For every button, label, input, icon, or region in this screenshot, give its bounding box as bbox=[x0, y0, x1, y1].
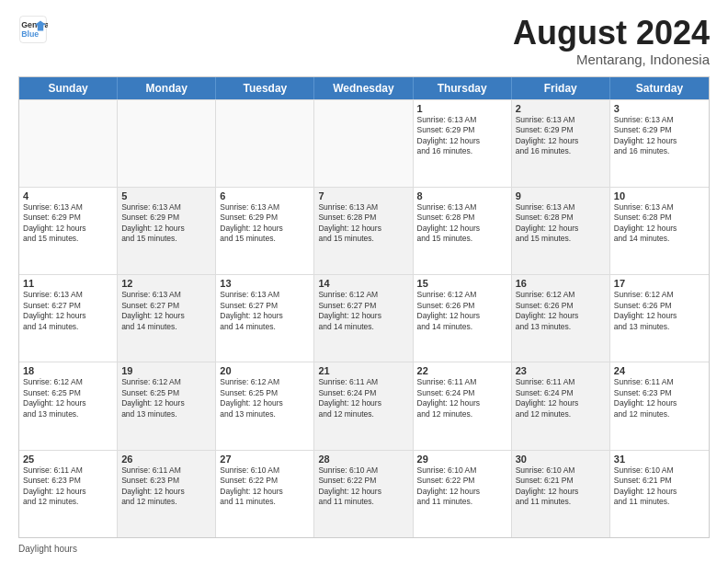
day-number: 2 bbox=[516, 103, 606, 114]
day-number: 8 bbox=[417, 190, 507, 201]
day-number: 12 bbox=[121, 278, 211, 289]
location-subtitle: Mentarang, Indonesia bbox=[513, 52, 710, 67]
day-number: 16 bbox=[516, 278, 606, 289]
day-detail: Sunrise: 6:13 AM Sunset: 6:29 PM Dayligh… bbox=[220, 202, 310, 245]
day-cell-29: 29Sunrise: 6:10 AM Sunset: 6:22 PM Dayli… bbox=[414, 451, 512, 537]
day-cell-18: 18Sunrise: 6:12 AM Sunset: 6:25 PM Dayli… bbox=[19, 362, 118, 449]
day-number: 26 bbox=[121, 454, 211, 465]
day-cell-21: 21Sunrise: 6:11 AM Sunset: 6:24 PM Dayli… bbox=[314, 362, 413, 449]
calendar-week-1: 1Sunrise: 6:13 AM Sunset: 6:29 PM Daylig… bbox=[19, 99, 709, 187]
day-detail: Sunrise: 6:13 AM Sunset: 6:29 PM Dayligh… bbox=[23, 202, 113, 245]
day-cell-5: 5Sunrise: 6:13 AM Sunset: 6:29 PM Daylig… bbox=[118, 188, 216, 274]
day-detail: Sunrise: 6:11 AM Sunset: 6:24 PM Dayligh… bbox=[516, 377, 606, 419]
day-cell-9: 9Sunrise: 6:13 AM Sunset: 6:28 PM Daylig… bbox=[512, 188, 610, 274]
calendar-week-2: 4Sunrise: 6:13 AM Sunset: 6:29 PM Daylig… bbox=[19, 187, 709, 274]
day-detail: Sunrise: 6:13 AM Sunset: 6:28 PM Dayligh… bbox=[318, 202, 408, 245]
day-detail: Sunrise: 6:11 AM Sunset: 6:24 PM Dayligh… bbox=[417, 377, 507, 419]
day-header-monday: Monday bbox=[118, 77, 216, 99]
day-header-friday: Friday bbox=[512, 77, 610, 99]
svg-text:Blue: Blue bbox=[21, 29, 39, 39]
day-number: 18 bbox=[23, 365, 113, 376]
day-detail: Sunrise: 6:10 AM Sunset: 6:22 PM Dayligh… bbox=[417, 465, 507, 508]
day-number: 4 bbox=[23, 190, 113, 201]
day-cell-25: 25Sunrise: 6:11 AM Sunset: 6:23 PM Dayli… bbox=[19, 451, 118, 537]
day-detail: Sunrise: 6:11 AM Sunset: 6:23 PM Dayligh… bbox=[614, 377, 705, 419]
day-number: 17 bbox=[614, 278, 705, 289]
calendar-week-4: 18Sunrise: 6:12 AM Sunset: 6:25 PM Dayli… bbox=[19, 362, 709, 449]
day-header-sunday: Sunday bbox=[19, 77, 118, 99]
day-number: 5 bbox=[121, 190, 211, 201]
day-detail: Sunrise: 6:12 AM Sunset: 6:27 PM Dayligh… bbox=[318, 290, 408, 332]
logo: General Blue bbox=[18, 15, 48, 44]
day-detail: Sunrise: 6:10 AM Sunset: 6:21 PM Dayligh… bbox=[614, 465, 705, 508]
day-detail: Sunrise: 6:13 AM Sunset: 6:29 PM Dayligh… bbox=[417, 115, 507, 157]
day-detail: Sunrise: 6:13 AM Sunset: 6:28 PM Dayligh… bbox=[614, 202, 705, 245]
day-cell-2: 2Sunrise: 6:13 AM Sunset: 6:29 PM Daylig… bbox=[512, 100, 610, 187]
day-header-saturday: Saturday bbox=[610, 77, 709, 99]
day-cell-3: 3Sunrise: 6:13 AM Sunset: 6:29 PM Daylig… bbox=[610, 100, 709, 187]
day-detail: Sunrise: 6:13 AM Sunset: 6:27 PM Dayligh… bbox=[121, 290, 211, 332]
day-cell-27: 27Sunrise: 6:10 AM Sunset: 6:22 PM Dayli… bbox=[216, 451, 314, 537]
day-detail: Sunrise: 6:11 AM Sunset: 6:23 PM Dayligh… bbox=[23, 465, 113, 508]
day-cell-1: 1Sunrise: 6:13 AM Sunset: 6:29 PM Daylig… bbox=[414, 100, 512, 187]
day-detail: Sunrise: 6:13 AM Sunset: 6:28 PM Dayligh… bbox=[516, 202, 606, 245]
day-detail: Sunrise: 6:10 AM Sunset: 6:22 PM Dayligh… bbox=[220, 465, 310, 508]
day-detail: Sunrise: 6:12 AM Sunset: 6:25 PM Dayligh… bbox=[23, 377, 113, 419]
day-detail: Sunrise: 6:13 AM Sunset: 6:29 PM Dayligh… bbox=[516, 115, 606, 157]
day-cell-11: 11Sunrise: 6:13 AM Sunset: 6:27 PM Dayli… bbox=[19, 275, 118, 362]
title-block: August 2024 Mentarang, Indonesia bbox=[513, 15, 710, 67]
day-number: 20 bbox=[220, 365, 310, 376]
day-cell-20: 20Sunrise: 6:12 AM Sunset: 6:25 PM Dayli… bbox=[216, 362, 314, 449]
calendar-body: 1Sunrise: 6:13 AM Sunset: 6:29 PM Daylig… bbox=[19, 99, 709, 537]
calendar-week-5: 25Sunrise: 6:11 AM Sunset: 6:23 PM Dayli… bbox=[19, 450, 709, 537]
day-number: 9 bbox=[516, 190, 606, 201]
day-number: 3 bbox=[614, 103, 705, 114]
day-number: 11 bbox=[23, 278, 113, 289]
day-number: 1 bbox=[417, 103, 507, 114]
day-detail: Sunrise: 6:10 AM Sunset: 6:22 PM Dayligh… bbox=[318, 465, 408, 508]
day-cell-23: 23Sunrise: 6:11 AM Sunset: 6:24 PM Dayli… bbox=[512, 362, 610, 449]
day-header-thursday: Thursday bbox=[414, 77, 512, 99]
header: General Blue August 2024 Mentarang, Indo… bbox=[18, 15, 710, 67]
day-detail: Sunrise: 6:10 AM Sunset: 6:21 PM Dayligh… bbox=[516, 465, 606, 508]
day-number: 15 bbox=[417, 278, 507, 289]
page: General Blue August 2024 Mentarang, Indo… bbox=[0, 0, 728, 563]
day-cell-6: 6Sunrise: 6:13 AM Sunset: 6:29 PM Daylig… bbox=[216, 188, 314, 274]
day-detail: Sunrise: 6:12 AM Sunset: 6:25 PM Dayligh… bbox=[220, 377, 310, 419]
day-cell-28: 28Sunrise: 6:10 AM Sunset: 6:22 PM Dayli… bbox=[314, 451, 413, 537]
day-number: 29 bbox=[417, 454, 507, 465]
logo-icon: General Blue bbox=[18, 15, 48, 44]
month-year-title: August 2024 bbox=[513, 15, 710, 52]
day-cell-24: 24Sunrise: 6:11 AM Sunset: 6:23 PM Dayli… bbox=[610, 362, 709, 449]
day-cell-8: 8Sunrise: 6:13 AM Sunset: 6:28 PM Daylig… bbox=[414, 188, 512, 274]
day-cell-12: 12Sunrise: 6:13 AM Sunset: 6:27 PM Dayli… bbox=[118, 275, 216, 362]
day-cell-4: 4Sunrise: 6:13 AM Sunset: 6:29 PM Daylig… bbox=[19, 188, 118, 274]
day-number: 19 bbox=[121, 365, 211, 376]
day-cell-7: 7Sunrise: 6:13 AM Sunset: 6:28 PM Daylig… bbox=[314, 188, 413, 274]
calendar: SundayMondayTuesdayWednesdayThursdayFrid… bbox=[18, 76, 710, 538]
day-detail: Sunrise: 6:13 AM Sunset: 6:29 PM Dayligh… bbox=[121, 202, 211, 245]
day-number: 7 bbox=[318, 190, 408, 201]
day-cell-17: 17Sunrise: 6:12 AM Sunset: 6:26 PM Dayli… bbox=[610, 275, 709, 362]
empty-cell bbox=[314, 100, 413, 187]
footer-label: Daylight hours bbox=[18, 544, 77, 554]
day-number: 14 bbox=[318, 278, 408, 289]
day-number: 10 bbox=[614, 190, 705, 201]
day-cell-15: 15Sunrise: 6:12 AM Sunset: 6:26 PM Dayli… bbox=[414, 275, 512, 362]
day-cell-10: 10Sunrise: 6:13 AM Sunset: 6:28 PM Dayli… bbox=[610, 188, 709, 274]
day-cell-26: 26Sunrise: 6:11 AM Sunset: 6:23 PM Dayli… bbox=[118, 451, 216, 537]
footer: Daylight hours bbox=[18, 544, 710, 554]
day-detail: Sunrise: 6:12 AM Sunset: 6:26 PM Dayligh… bbox=[614, 290, 705, 332]
day-detail: Sunrise: 6:12 AM Sunset: 6:26 PM Dayligh… bbox=[417, 290, 507, 332]
day-cell-22: 22Sunrise: 6:11 AM Sunset: 6:24 PM Dayli… bbox=[414, 362, 512, 449]
day-cell-19: 19Sunrise: 6:12 AM Sunset: 6:25 PM Dayli… bbox=[118, 362, 216, 449]
calendar-header-row: SundayMondayTuesdayWednesdayThursdayFrid… bbox=[19, 77, 709, 99]
day-number: 31 bbox=[614, 454, 705, 465]
day-detail: Sunrise: 6:13 AM Sunset: 6:27 PM Dayligh… bbox=[23, 290, 113, 332]
empty-cell bbox=[118, 100, 216, 187]
day-number: 27 bbox=[220, 454, 310, 465]
day-number: 24 bbox=[614, 365, 705, 376]
day-cell-14: 14Sunrise: 6:12 AM Sunset: 6:27 PM Dayli… bbox=[314, 275, 413, 362]
day-cell-13: 13Sunrise: 6:13 AM Sunset: 6:27 PM Dayli… bbox=[216, 275, 314, 362]
day-detail: Sunrise: 6:13 AM Sunset: 6:28 PM Dayligh… bbox=[417, 202, 507, 245]
